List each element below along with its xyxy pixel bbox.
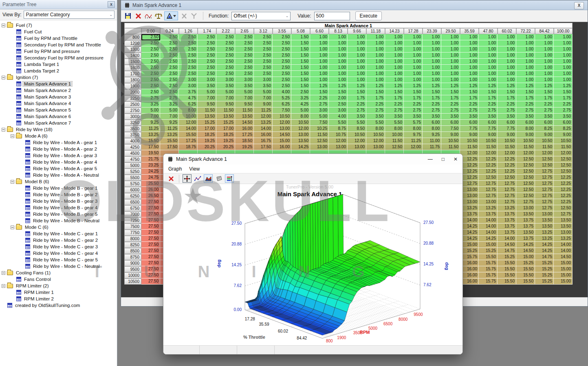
- tree-table-item[interactable]: Ride by Wire - Mode C - gear 2: [0, 237, 117, 243]
- table-cell[interactable]: 17.50: [254, 144, 273, 150]
- tree-table-item[interactable]: Ride by Wire - Mode B - gear 5: [0, 211, 117, 217]
- table-window-close-button[interactable]: X: [574, 2, 584, 9]
- column-header-throttle[interactable]: 11.18: [366, 28, 385, 34]
- table-cell[interactable]: 1.00: [385, 71, 404, 77]
- table-cell[interactable]: 2.50: [216, 59, 235, 65]
- table-cell[interactable]: 1.00: [460, 46, 479, 53]
- table-cell[interactable]: 10.50: [498, 138, 516, 144]
- table-cell[interactable]: 13.50: [535, 217, 554, 224]
- table-cell[interactable]: 2.50: [254, 46, 273, 53]
- table-cell[interactable]: 1.50: [479, 89, 498, 95]
- table-cell[interactable]: 1.25: [441, 83, 460, 89]
- table-cell[interactable]: 9.00: [498, 132, 516, 138]
- table-cell[interactable]: 3.50: [348, 114, 366, 120]
- table-cell[interactable]: 1.25: [516, 83, 535, 89]
- maximize-button[interactable]: □: [442, 156, 445, 162]
- graph-window-titlebar[interactable]: Main Spark Advance 1: [163, 154, 462, 164]
- row-header-rpm[interactable]: 8500: [124, 248, 141, 254]
- table-cell[interactable]: 14.25: [479, 236, 498, 242]
- table-cell[interactable]: 3.00: [254, 77, 273, 83]
- table-cell[interactable]: 2.50: [179, 53, 198, 59]
- table-cell[interactable]: 13.25: [498, 205, 516, 211]
- table-cell[interactable]: 1.00: [404, 40, 423, 46]
- table-cell[interactable]: 8.75: [329, 126, 348, 132]
- table-cell[interactable]: 15.50: [179, 132, 198, 138]
- table-cell[interactable]: 2.50: [216, 71, 235, 77]
- table-cell[interactable]: 1.00: [516, 77, 535, 83]
- row-header-rpm[interactable]: 2500: [124, 101, 141, 107]
- table-cell[interactable]: 11.50: [235, 107, 254, 114]
- table-cell[interactable]: 13.00: [554, 230, 573, 236]
- table-cell[interactable]: 12.75: [479, 181, 498, 187]
- table-cell[interactable]: 1.25: [366, 83, 385, 89]
- table-cell[interactable]: 1.00: [348, 53, 366, 59]
- table-cell[interactable]: 2.50: [329, 101, 348, 107]
- table-cell[interactable]: 1.00: [441, 34, 460, 40]
- value-input[interactable]: 500: [314, 12, 350, 20]
- table-cell[interactable]: 2.50: [160, 34, 179, 40]
- table-cell[interactable]: 1.00: [310, 65, 329, 71]
- table-cell[interactable]: 1.00: [348, 71, 366, 77]
- tree-table-item[interactable]: Main Spark Advance 1: [0, 81, 117, 87]
- table-cell[interactable]: 1.50: [291, 77, 310, 83]
- row-header-rpm[interactable]: 8250: [124, 242, 141, 248]
- table-cell[interactable]: 12.50: [385, 144, 404, 150]
- table-cell[interactable]: 7.75: [460, 126, 479, 132]
- table-cell[interactable]: 1.00: [498, 34, 516, 40]
- table-cell[interactable]: 15.00: [554, 266, 573, 272]
- table-cell[interactable]: 1.25: [348, 83, 366, 89]
- table-cell[interactable]: 2.50: [141, 77, 160, 83]
- table-cell[interactable]: 3.50: [498, 114, 516, 120]
- table-cell[interactable]: 12.25: [479, 162, 498, 169]
- table-cell[interactable]: 12.75: [498, 181, 516, 187]
- table-cell[interactable]: 15.50: [516, 272, 535, 278]
- table-cell[interactable]: 10.50: [366, 132, 385, 138]
- row-header-rpm[interactable]: 9000: [124, 260, 141, 266]
- row-header-rpm[interactable]: 5000: [124, 162, 141, 169]
- table-cell[interactable]: 14.75: [498, 248, 516, 254]
- flat-shade-button[interactable]: [214, 174, 223, 183]
- table-cell[interactable]: 1.00: [554, 59, 573, 65]
- table-cell[interactable]: 7.00: [254, 95, 273, 101]
- table-cell[interactable]: 1.25: [554, 83, 573, 89]
- table-cell[interactable]: 2.50: [198, 59, 216, 65]
- table-cell[interactable]: 5.00: [254, 89, 273, 95]
- table-cell[interactable]: 1.00: [535, 40, 554, 46]
- table-cell[interactable]: 7.50: [310, 120, 329, 126]
- color-scale-button[interactable]: [225, 174, 234, 183]
- table-cell[interactable]: 1.00: [441, 77, 460, 83]
- table-cell[interactable]: 1.00: [479, 65, 498, 71]
- table-cell[interactable]: 5.00: [160, 107, 179, 114]
- table-cell[interactable]: 5.00: [216, 89, 235, 95]
- tree-table-item[interactable]: Ride by Wire - Mode A - gear 1: [0, 139, 117, 146]
- row-header-rpm[interactable]: 4750: [124, 156, 141, 162]
- table-cell[interactable]: 1.50: [385, 89, 404, 95]
- table-cell[interactable]: 17.25: [235, 132, 254, 138]
- table-cell[interactable]: 13.25: [254, 120, 273, 126]
- table-cell[interactable]: 9.00: [554, 132, 573, 138]
- table-cell[interactable]: 2.25: [441, 101, 460, 107]
- table-cell[interactable]: 1.00: [310, 59, 329, 65]
- table-cell[interactable]: 1.00: [460, 53, 479, 59]
- row-header-rpm[interactable]: 1700: [124, 71, 141, 77]
- table-cell[interactable]: 11.50: [535, 144, 554, 150]
- table-cell[interactable]: 1.25: [479, 83, 498, 89]
- table-cell[interactable]: 1.00: [329, 53, 348, 59]
- table-cell[interactable]: 7.50: [273, 107, 291, 114]
- row-header-rpm[interactable]: 7000: [124, 211, 141, 217]
- table-cell[interactable]: 13.75: [498, 230, 516, 236]
- table-cell[interactable]: 10.50: [348, 132, 366, 138]
- table-cell[interactable]: 2.75: [160, 95, 179, 101]
- table-cell[interactable]: 2.25: [535, 101, 554, 107]
- column-header-throttle[interactable]: 29.50: [441, 28, 460, 34]
- table-cell[interactable]: 5.50: [385, 120, 404, 126]
- collapse-expander[interactable]: [11, 134, 14, 138]
- table-cell[interactable]: 14.00: [554, 248, 573, 254]
- line-plot-button[interactable]: [193, 174, 202, 183]
- table-cell[interactable]: 17.00: [216, 126, 235, 132]
- table-cell[interactable]: 11.50: [385, 138, 404, 144]
- tree-table-item[interactable]: Ride by Wire - Mode C - gear 4: [0, 250, 117, 256]
- table-cell[interactable]: 1.75: [516, 95, 535, 101]
- row-header-rpm[interactable]: 10500: [124, 278, 141, 285]
- table-cell[interactable]: 1.75: [460, 95, 479, 101]
